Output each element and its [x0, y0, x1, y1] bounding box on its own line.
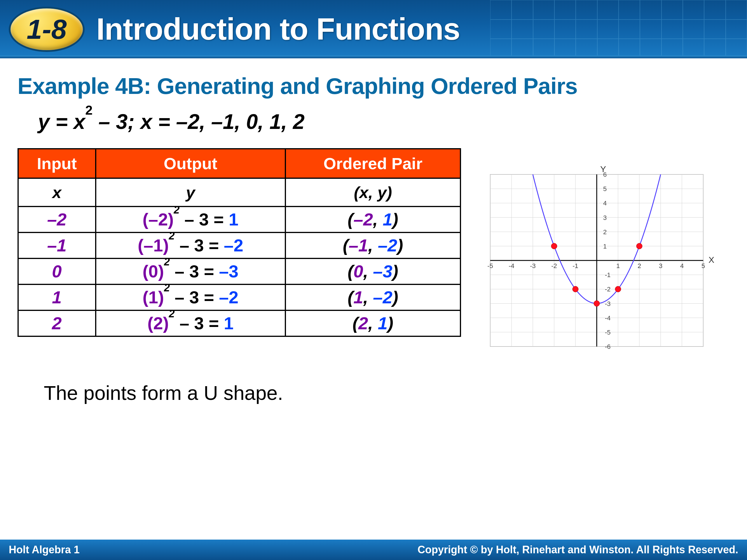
- slide: 1-8 Introduction to Functions Example 4B…: [0, 0, 747, 560]
- svg-point-55: [637, 243, 642, 249]
- svg-text:Y: Y: [600, 164, 606, 174]
- data-table: Input Output Ordered Pair x y (x, y) –2(…: [18, 148, 461, 337]
- sub-pair: (x, y): [285, 178, 460, 207]
- cell-output: (0)2 – 3 = –3: [96, 259, 286, 284]
- table-subhead-row: x y (x, y): [18, 178, 460, 207]
- svg-text:-3: -3: [530, 262, 536, 269]
- footer-book: Holt Algebra 1: [9, 544, 80, 556]
- footer-copyright: Copyright © by Holt, Rinehart and Winsto…: [417, 544, 738, 556]
- th-pair: Ordered Pair: [285, 149, 460, 178]
- cell-input: –1: [18, 233, 96, 259]
- svg-text:3: 3: [603, 214, 607, 221]
- table-header-row: Input Output Ordered Pair: [18, 149, 460, 178]
- banner-title: Introduction to Functions: [96, 12, 460, 47]
- svg-text:-5: -5: [605, 329, 611, 336]
- table-row: –1(–1)2 – 3 = –2(–1, –2): [18, 233, 460, 259]
- section-number: 1-8: [27, 14, 67, 45]
- cell-input: 2: [18, 310, 96, 336]
- svg-text:1: 1: [616, 262, 620, 269]
- svg-text:-2: -2: [605, 286, 611, 293]
- parabola-chart: -5-4-3-2-112345-6-5-4-3-2-1123456XY: [475, 160, 718, 361]
- banner-grid-decoration: [490, 0, 747, 58]
- cell-pair: (–1, –2): [285, 233, 460, 259]
- table-row: 0(0)2 – 3 = –3(0, –3): [18, 259, 460, 284]
- svg-text:3: 3: [659, 262, 662, 269]
- svg-text:4: 4: [603, 199, 607, 207]
- table-row: –2(–2)2 – 3 = 1(–2, 1): [18, 207, 460, 233]
- svg-text:1: 1: [603, 243, 607, 250]
- sub-y: y: [96, 178, 286, 207]
- svg-text:-5: -5: [487, 262, 493, 269]
- content-area: Example 4B: Generating and Graphing Orde…: [0, 58, 747, 404]
- example-title: Example 4B: Generating and Graphing Orde…: [18, 73, 729, 100]
- table-row: 2(2)2 – 3 = 1(2, 1): [18, 310, 460, 336]
- svg-text:-1: -1: [572, 262, 578, 269]
- header-banner: 1-8 Introduction to Functions: [0, 0, 747, 58]
- svg-text:5: 5: [603, 185, 607, 192]
- table-body: –2(–2)2 – 3 = 1(–2, 1)–1(–1)2 – 3 = –2(–…: [18, 207, 460, 336]
- banner-divider: [0, 55, 747, 58]
- svg-text:-4: -4: [605, 314, 611, 322]
- equation: y = x2 – 3; x = –2, –1, 0, 1, 2: [38, 110, 729, 134]
- svg-text:-1: -1: [605, 271, 611, 278]
- cell-pair: (1, –2): [285, 284, 460, 310]
- svg-text:2: 2: [638, 262, 641, 269]
- svg-point-51: [551, 243, 557, 249]
- cell-output: (1)2 – 3 = –2: [96, 284, 286, 310]
- table-row: 1(1)2 – 3 = –2(1, –2): [18, 284, 460, 310]
- svg-text:-4: -4: [509, 262, 514, 269]
- cell-pair: (2, 1): [285, 310, 460, 336]
- cell-output: (–2)2 – 3 = 1: [96, 207, 286, 233]
- th-input: Input: [18, 149, 96, 178]
- svg-point-54: [615, 286, 621, 292]
- cell-output: (–1)2 – 3 = –2: [96, 233, 286, 259]
- svg-text:2: 2: [603, 229, 607, 236]
- chart-svg: -5-4-3-2-112345-6-5-4-3-2-1123456XY: [475, 160, 718, 361]
- cell-input: 0: [18, 259, 96, 284]
- svg-point-53: [594, 301, 600, 306]
- svg-text:X: X: [709, 255, 714, 265]
- svg-text:-2: -2: [551, 262, 557, 269]
- cell-pair: (0, –3): [285, 259, 460, 284]
- th-output: Output: [96, 149, 286, 178]
- svg-text:-6: -6: [605, 343, 611, 350]
- svg-text:5: 5: [701, 262, 705, 269]
- footer-bar: Holt Algebra 1 Copyright © by Holt, Rine…: [0, 540, 747, 560]
- section-badge: 1-8: [9, 7, 85, 52]
- cell-input: –2: [18, 207, 96, 233]
- shape-note: The points form a U shape.: [44, 381, 729, 404]
- main-row: Input Output Ordered Pair x y (x, y) –2(…: [18, 148, 729, 361]
- cell-input: 1: [18, 284, 96, 310]
- cell-output: (2)2 – 3 = 1: [96, 310, 286, 336]
- cell-pair: (–2, 1): [285, 207, 460, 233]
- sub-x: x: [18, 178, 96, 207]
- svg-text:4: 4: [680, 262, 684, 269]
- svg-point-52: [572, 286, 578, 292]
